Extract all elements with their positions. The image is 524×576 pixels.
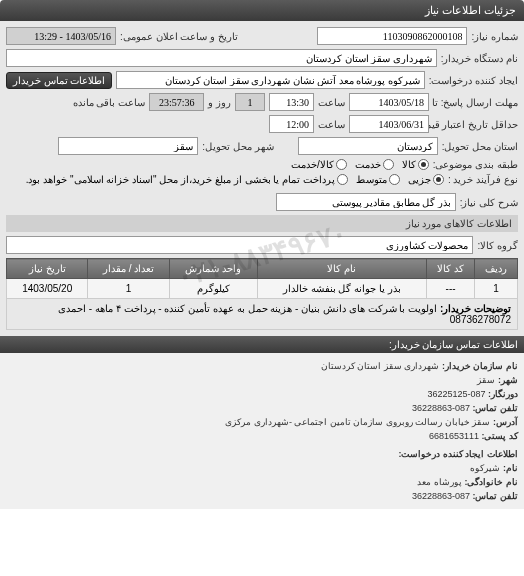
td-name: بذر یا جوانه گل بنفشه خالدار <box>257 279 426 299</box>
radio-goods[interactable]: کالا <box>402 159 429 170</box>
buyer-org-label: نام دستگاه خریدار: <box>441 53 518 64</box>
validity-date-input[interactable] <box>349 115 429 133</box>
announce-label: تاریخ و ساعت اعلان عمومی: <box>120 31 238 42</box>
province-input[interactable] <box>298 137 438 155</box>
radio-small[interactable]: جزیی <box>408 174 444 185</box>
contact-header: اطلاعات تماس سازمان خریدار: <box>0 336 524 353</box>
remain-days-input <box>235 93 265 111</box>
td-unit: کیلوگرم <box>169 279 257 299</box>
c-org-label: نام سازمان خریدار: <box>442 361 518 371</box>
th-unit: واحد شمارش <box>169 259 257 279</box>
th-row: ردیف <box>475 259 518 279</box>
td-row: 1 <box>475 279 518 299</box>
radio-medium[interactable]: متوسط <box>356 174 400 185</box>
td-code: --- <box>426 279 475 299</box>
items-section-title: اطلاعات کالاهای مورد نیاز <box>6 215 518 232</box>
c-phone: 087-36228863 <box>412 403 470 413</box>
remain-label: ساعت باقی مانده <box>73 97 146 108</box>
radio-medium-circle <box>389 174 400 185</box>
city-label: شهر محل تحویل: <box>202 141 273 152</box>
radio-note[interactable]: پرداخت تمام یا بخشی از مبلغ خرید،از محل … <box>26 174 348 185</box>
req-phone-label: تلفن تماس: <box>473 491 519 501</box>
deadline-date-input[interactable] <box>349 93 429 111</box>
city-input[interactable] <box>58 137 198 155</box>
desc-label: شرح کلی نیاز: <box>460 197 518 208</box>
radio-small-circle <box>433 174 444 185</box>
remain-time-input <box>149 93 204 111</box>
remain-days-label: روز و <box>208 97 231 108</box>
need-number-input[interactable] <box>317 27 467 45</box>
validity-time-input[interactable] <box>269 115 314 133</box>
validity-label: حداقل تاریخ اعتبار قیمت: تا تاریخ: <box>433 119 518 130</box>
table-row[interactable]: 1 --- بذر یا جوانه گل بنفشه خالدار کیلوگ… <box>7 279 518 299</box>
req-name-label: نام: <box>503 463 518 473</box>
radio-service-label: خدمت <box>355 159 381 170</box>
buyer-org-input[interactable] <box>6 49 437 67</box>
th-date: تاریخ نیاز <box>7 259 88 279</box>
purchase-type-label: نوع فرآیند خرید : <box>448 174 518 185</box>
c-org: شهرداری سقز استان کردستان <box>321 361 440 371</box>
notes-label: توضیحات خریدار: <box>440 303 511 314</box>
requester-input[interactable] <box>116 71 425 89</box>
radio-goods-circle <box>418 159 429 170</box>
deadline-label: مهلت ارسال پاسخ: تا تاریخ: <box>433 97 518 108</box>
radio-note-circle <box>337 174 348 185</box>
group-input[interactable] <box>6 236 473 254</box>
radio-gs-circle <box>336 159 347 170</box>
group-label: گروه کالا: <box>477 240 518 251</box>
req-family: پورشاه معد <box>417 477 462 487</box>
purchase-type-radio-group: جزیی متوسط پرداخت تمام یا بخشی از مبلغ خ… <box>26 174 444 185</box>
req-header: اطلاعات ایجاد کننده درخواست: <box>399 449 519 459</box>
req-family-label: نام خانوادگی: <box>465 477 519 487</box>
c-city: سقز <box>477 375 495 385</box>
th-name: نام کالا <box>257 259 426 279</box>
c-phone-label: تلفن تماس: <box>473 403 519 413</box>
desc-input[interactable] <box>276 193 456 211</box>
radio-small-label: جزیی <box>408 174 431 185</box>
c-fax: 087-36225125 <box>427 389 485 399</box>
category-radio-group: کالا خدمت کالا/خدمت <box>291 159 429 170</box>
td-qty: 1 <box>88 279 169 299</box>
announce-date-input <box>6 27 116 45</box>
radio-service[interactable]: خدمت <box>355 159 394 170</box>
radio-service-circle <box>383 159 394 170</box>
radio-goods-service[interactable]: کالا/خدمت <box>291 159 347 170</box>
deadline-time-input[interactable] <box>269 93 314 111</box>
c-address: سقز خیابان رسالت روبروی سازمان تامین اجت… <box>225 417 490 427</box>
radio-medium-label: متوسط <box>356 174 387 185</box>
need-number-label: شماره نیاز: <box>471 31 518 42</box>
notes-row: توضیحات خریدار: اولویت با شرکت های دانش … <box>7 299 518 330</box>
requester-label: ایجاد کننده درخواست: <box>429 75 518 86</box>
contact-buyer-button[interactable]: اطلاعات تماس خریدار <box>6 72 112 89</box>
req-phone: 087-36228863 <box>412 491 470 501</box>
category-label: طبقه بندی موضوعی: <box>433 159 518 170</box>
radio-gs-label: کالا/خدمت <box>291 159 334 170</box>
req-name: شیرکوه <box>470 463 500 473</box>
contact-section: نام سازمان خریدار: شهرداری سقز استان کرد… <box>0 353 524 509</box>
province-label: استان محل تحویل: <box>442 141 518 152</box>
radio-note-label: پرداخت تمام یا بخشی از مبلغ خرید،از محل … <box>26 174 335 185</box>
radio-goods-label: کالا <box>402 159 416 170</box>
time-label-1: ساعت <box>318 97 345 108</box>
c-fax-label: دورنگار: <box>488 389 518 399</box>
c-postal-label: کد پستی: <box>482 431 519 441</box>
time-label-2: ساعت <box>318 119 345 130</box>
c-postal: 6681653111 <box>429 431 479 441</box>
c-city-label: شهر: <box>498 375 518 385</box>
td-date: 1403/05/20 <box>7 279 88 299</box>
th-code: کد کالا <box>426 259 475 279</box>
panel-title: جزئیات اطلاعات نیاز <box>0 0 524 21</box>
th-qty: تعداد / مقدار <box>88 259 169 279</box>
c-address-label: آدرس: <box>493 417 518 427</box>
items-table: ردیف کد کالا نام کالا واحد شمارش تعداد /… <box>6 258 518 330</box>
